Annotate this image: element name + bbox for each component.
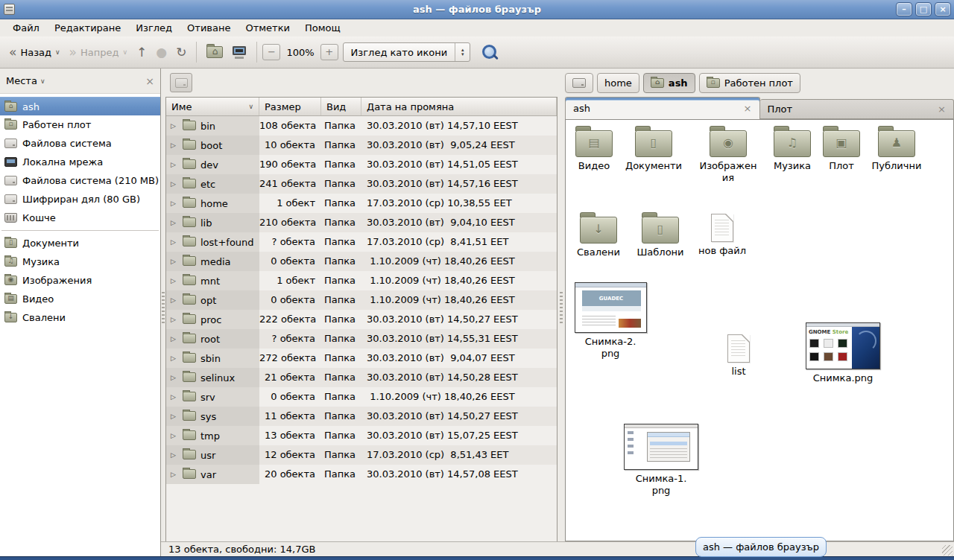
- sidebar-item-downloads[interactable]: ↓Свалени: [0, 308, 160, 327]
- expander-icon[interactable]: ▷: [171, 117, 178, 136]
- icon-item-images[interactable]: ◉Изображен ия: [694, 126, 762, 184]
- icon-item-snimka1[interactable]: Снимка-1. png: [620, 424, 702, 497]
- splitter-grip[interactable]: [560, 292, 563, 325]
- home-button[interactable]: [202, 43, 227, 61]
- icon-item-new-file[interactable]: нов файл: [692, 214, 752, 257]
- forward-button[interactable]: » Напред ∨: [65, 43, 132, 62]
- sidebar-item-video[interactable]: ▤Видео: [0, 290, 160, 308]
- expander-icon[interactable]: ▷: [171, 465, 178, 484]
- expander-icon[interactable]: ▷: [171, 446, 178, 465]
- expander-icon[interactable]: ▷: [171, 407, 178, 426]
- table-row-opt[interactable]: ▷opt0 обектаПапка 1.10.2009 (чт) 18,40,2…: [166, 290, 557, 310]
- path-button-ash[interactable]: ⌂ash: [643, 73, 695, 93]
- icon-item-list[interactable]: list: [713, 334, 765, 378]
- icon-item-snimka[interactable]: GNOME StoreСнимка.png: [802, 322, 884, 384]
- expander-icon[interactable]: ▷: [171, 388, 178, 407]
- path-button-desktop[interactable]: ▫Работен плот: [699, 73, 800, 93]
- sidebar-item-home[interactable]: ⌂ash: [0, 97, 160, 115]
- tab-plot[interactable]: Плот×: [760, 99, 954, 119]
- sidebar-item-filesystem-210mb[interactable]: Файлова система (210 MB): [0, 171, 160, 190]
- menu-item-file[interactable]: Файл: [6, 21, 46, 35]
- table-row-var[interactable]: ▷var20 обектаПапка30.03.2010 (вт) 14,57,…: [166, 465, 557, 484]
- sidebar-item-encrypted-80gb[interactable]: Шифриран дял (80 GB): [0, 190, 160, 209]
- sidebar-item-trash[interactable]: Кошче: [0, 209, 160, 227]
- minimize-button[interactable]: –: [896, 2, 912, 16]
- icon-item-public[interactable]: ♟Публични: [865, 126, 928, 172]
- table-row-media[interactable]: ▷media0 обектаПапка 1.10.2009 (чт) 18,40…: [166, 252, 557, 271]
- table-row-sys[interactable]: ▷sys11 обектаПапка30.03.2010 (вт) 14,50,…: [166, 407, 557, 426]
- up-button[interactable]: ↑: [132, 43, 151, 62]
- stop-button[interactable]: ●: [151, 43, 171, 62]
- expander-icon[interactable]: ▷: [171, 156, 178, 174]
- table-row-lost+found[interactable]: ▷lost+found? обектаПапка17.03.2010 (ср) …: [166, 232, 557, 252]
- sidebar-close-icon[interactable]: ×: [145, 75, 154, 87]
- table-row-srv[interactable]: ▷srv0 обектаПапка 1.10.2009 (чт) 18,40,2…: [166, 387, 557, 407]
- expander-icon[interactable]: ▷: [171, 214, 178, 232]
- table-row-boot[interactable]: ▷boot10 обектаПапка30.03.2010 (вт) 9,05,…: [166, 136, 557, 155]
- table-row-proc[interactable]: ▷proc222 обектаПапка30.03.2010 (вт) 14,5…: [166, 310, 557, 329]
- sidebar-item-music[interactable]: ♫Музика: [0, 252, 160, 271]
- expander-icon[interactable]: ▷: [171, 194, 178, 213]
- expander-icon[interactable]: ▷: [171, 427, 178, 445]
- table-row-mnt[interactable]: ▷mnt1 обектПапка 1.10.2009 (чт) 18,40,26…: [166, 271, 557, 290]
- icon-item-video[interactable]: ▤Видео: [566, 126, 622, 172]
- back-dropdown-icon[interactable]: ∨: [55, 48, 60, 56]
- expander-icon[interactable]: ▷: [171, 252, 178, 271]
- column-header-3[interactable]: Дата на промяна: [361, 98, 557, 115]
- reload-button[interactable]: ↻: [171, 43, 191, 62]
- icon-item-music[interactable]: ♫Музика: [765, 126, 820, 172]
- splitter-grip[interactable]: [162, 292, 165, 325]
- table-row-selinux[interactable]: ▷selinux21 обектаПапка30.03.2010 (вт) 14…: [166, 368, 557, 387]
- table-row-bin[interactable]: ▷bin108 обектаПапка30.03.2010 (вт) 14,57…: [166, 116, 557, 136]
- table-row-tmp[interactable]: ▷tmp13 обектаПапка30.03.2010 (вт) 15,07,…: [166, 426, 557, 445]
- view-mode-select[interactable]: Изглед като икони ▴▾: [343, 42, 471, 62]
- icon-item-templates[interactable]: ▯Шаблони: [629, 212, 692, 258]
- spinner-arrows-icon[interactable]: ▴▾: [455, 43, 470, 61]
- table-row-lib[interactable]: ▷lib210 обектаПапка30.03.2010 (вт) 9,04,…: [166, 213, 557, 232]
- table-row-usr[interactable]: ▷usr12 обектаПапка17.03.2010 (ср) 8,51,4…: [166, 445, 557, 465]
- table-row-sbin[interactable]: ▷sbin272 обектаПапка30.03.2010 (вт) 9,04…: [166, 349, 557, 368]
- root-location-button[interactable]: [170, 73, 192, 92]
- column-header-2[interactable]: Вид: [321, 98, 361, 115]
- sidebar-title[interactable]: Места: [6, 75, 37, 86]
- maximize-button[interactable]: □: [915, 2, 932, 16]
- sidebar-item-documents[interactable]: ▯Документи: [0, 234, 160, 252]
- back-button[interactable]: « Назад ∨: [4, 43, 65, 62]
- expander-icon[interactable]: ▷: [171, 175, 178, 194]
- search-button[interactable]: [479, 42, 500, 63]
- tab-close-icon[interactable]: ×: [938, 104, 946, 115]
- sidebar-item-images[interactable]: ◉Изображения: [0, 271, 160, 290]
- table-row-root[interactable]: ▷root? обектаПапка30.03.2010 (вт) 14,55,…: [166, 329, 557, 349]
- expander-icon[interactable]: ▷: [171, 233, 178, 252]
- expander-icon[interactable]: ▷: [171, 330, 178, 349]
- zoom-in-button[interactable]: +: [320, 44, 338, 60]
- column-header-0[interactable]: Име∨: [166, 98, 259, 115]
- close-button[interactable]: ×: [935, 2, 951, 16]
- table-row-etc[interactable]: ▷etc241 обектаПапка30.03.2010 (вт) 14,57…: [166, 174, 557, 194]
- table-row-home[interactable]: ▷home1 обектПапка17.03.2010 (ср) 10,38,5…: [166, 194, 557, 213]
- icon-item-desktop[interactable]: ▣Плот: [819, 126, 864, 172]
- menu-item-edit[interactable]: Редактиране: [48, 21, 127, 35]
- taskbar-window-button[interactable]: ash — файлов браузър: [695, 537, 827, 557]
- path-button-home[interactable]: home: [597, 73, 639, 93]
- icon-item-snimka2[interactable]: GUADECСнимка-2. png: [573, 282, 648, 360]
- zoom-out-button[interactable]: −: [262, 44, 280, 60]
- table-row-dev[interactable]: ▷dev190 обектаПапка30.03.2010 (вт) 14,51…: [166, 155, 557, 174]
- pane-splitter-right[interactable]: [557, 69, 565, 556]
- menu-item-view[interactable]: Изглед: [129, 21, 179, 35]
- sidebar-item-desktop[interactable]: ▫Работен плот: [0, 115, 160, 134]
- column-header-1[interactable]: Размер: [259, 98, 321, 115]
- expander-icon[interactable]: ▷: [171, 311, 178, 329]
- path-button-root-drive[interactable]: [565, 73, 593, 93]
- expander-icon[interactable]: ▷: [171, 136, 178, 155]
- expander-icon[interactable]: ▷: [171, 349, 178, 368]
- menu-item-help[interactable]: Помощ: [298, 21, 347, 35]
- icon-item-documents[interactable]: ▯Документи: [620, 126, 687, 172]
- menu-item-go[interactable]: Отиване: [180, 21, 237, 35]
- expander-icon[interactable]: ▷: [171, 369, 178, 387]
- resize-grip[interactable]: [942, 545, 953, 556]
- expander-icon[interactable]: ▷: [171, 272, 178, 290]
- sidebar-item-network[interactable]: Локална мрежа: [0, 153, 160, 171]
- tab-ash[interactable]: ash×: [565, 97, 760, 119]
- menu-item-bookmarks[interactable]: Отметки: [238, 21, 296, 35]
